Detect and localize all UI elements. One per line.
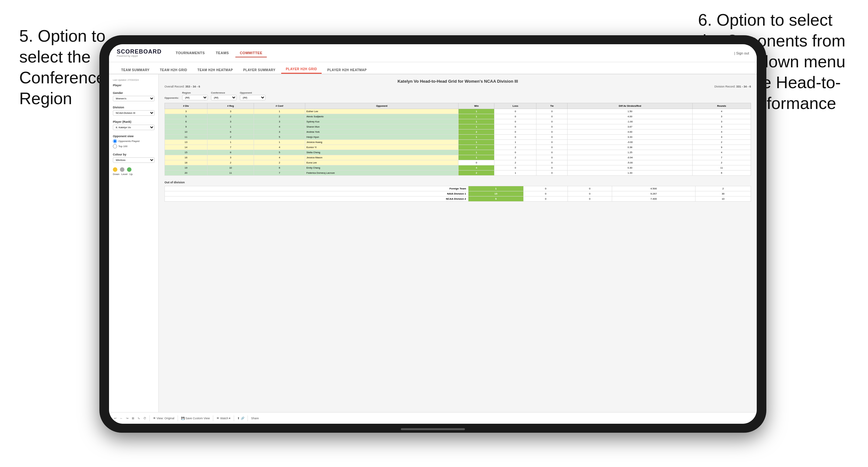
td-tie: 0: [536, 135, 567, 140]
td-div: 16: [165, 155, 208, 160]
sidebar: Last Updated: 27/03/2024 Player Gender W…: [109, 74, 159, 412]
td-loss: 0: [494, 129, 536, 135]
td-div: 14: [165, 145, 208, 150]
td-conf: 3: [254, 129, 305, 135]
subnav-player-h2h-grid[interactable]: PLAYER H2H GRID: [281, 65, 321, 74]
td-reg: 11: [207, 170, 254, 176]
toolbar-grid[interactable]: ⊞: [132, 417, 134, 420]
conference-label: Conference: [211, 91, 237, 94]
td-conf: 2: [254, 160, 305, 165]
subnav-team-h2h-heatmap[interactable]: TEAM H2H HEATMAP: [193, 66, 238, 74]
td-opponent: Esther Lee: [305, 109, 459, 114]
td-reg: 3: [207, 109, 254, 114]
toolbar-wave[interactable]: ∿: [137, 417, 140, 420]
td-opponent: Alexis Sudjianto: [305, 114, 459, 119]
toolbar-view-original[interactable]: 👁 View: Original: [153, 417, 175, 420]
out-td-diff: 7.400: [612, 196, 695, 201]
td-conf: 5: [254, 150, 305, 155]
td-loss: 1: [494, 170, 536, 176]
td-loss: 0: [494, 165, 536, 170]
td-win: 0: [459, 160, 494, 165]
td-reg: 10: [207, 165, 254, 170]
out-td-rounds: 30: [695, 191, 751, 196]
out-td-diff: 9.267: [612, 191, 695, 196]
division-select[interactable]: NCAA Division III: [113, 110, 155, 116]
td-reg: 1: [207, 124, 254, 129]
toolbar-clock[interactable]: ⏱: [143, 417, 146, 420]
subnav-player-h2h-heatmap[interactable]: PLAYER H2H HEATMAP: [323, 66, 371, 74]
nav-sign-out[interactable]: | Sign out: [734, 51, 749, 55]
toolbar-back[interactable]: ←: [120, 417, 123, 420]
nav-committee[interactable]: COMMITTEE: [235, 49, 267, 57]
td-win: 2: [459, 145, 494, 150]
td-tie: 0: [536, 145, 567, 150]
nav-tournaments[interactable]: TOURNAMENTS: [171, 49, 209, 57]
td-win: 1: [459, 109, 494, 114]
td-win: 2: [459, 170, 494, 176]
out-td-rounds: 10: [695, 196, 751, 201]
td-reg: 3: [207, 155, 254, 160]
th-tie: Tie: [536, 103, 567, 109]
gender-select[interactable]: Women's: [113, 96, 155, 101]
h2h-table: # Div # Reg # Conf Opponent Win Loss Tie…: [164, 103, 751, 176]
td-reg: 2: [207, 114, 254, 119]
td-tie: 0: [536, 150, 567, 155]
subnav-team-h2h-grid[interactable]: TEAM H2H GRID: [155, 66, 191, 74]
td-tie: 0: [536, 114, 567, 119]
division-label: Division: [113, 106, 155, 109]
td-tie: 0: [536, 155, 567, 160]
td-tie: 0: [536, 160, 567, 165]
toolbar-share[interactable]: Share: [251, 417, 259, 420]
toolbar-divider-5: [248, 415, 248, 421]
toolbar-undo[interactable]: ↩: [114, 417, 117, 420]
toolbar-save-custom[interactable]: 💾 Save Custom View: [181, 417, 210, 420]
legend-dots: [113, 167, 155, 172]
out-td-rounds: 2: [695, 186, 751, 191]
td-rounds: 9: [692, 145, 751, 150]
out-td-win: 5: [468, 196, 524, 201]
conference-select[interactable]: (All): [211, 95, 237, 100]
region-filter: Region (All): [182, 91, 208, 100]
td-opponent: Euna Lee: [305, 160, 459, 165]
radio-top100[interactable]: Top 100: [113, 144, 155, 148]
out-td-team: NCAA Division 2: [165, 196, 468, 201]
toolbar-redo[interactable]: ↪: [126, 417, 129, 420]
td-conf: 4: [254, 124, 305, 129]
td-loss: 2: [494, 160, 536, 165]
colour-by-select[interactable]: Win/loss: [113, 157, 155, 163]
opponent-radio-group: Opponents Played Top 100: [113, 139, 155, 148]
subnav-team-summary[interactable]: TEAM SUMMARY: [117, 66, 154, 74]
dot-up: [127, 167, 131, 172]
toolbar-watch[interactable]: 👁 Watch ▾: [216, 417, 230, 420]
td-tie: 0: [536, 170, 567, 176]
th-diff: Diff Av Strokes/Rnd: [567, 103, 692, 109]
subnav-player-summary[interactable]: PLAYER SUMMARY: [239, 66, 280, 74]
opponent-select[interactable]: (All): [240, 95, 266, 100]
region-select[interactable]: (All): [182, 95, 208, 100]
td-win: 1: [459, 119, 494, 124]
dot-level: [120, 167, 124, 172]
toolbar-divider-4: [234, 415, 234, 421]
toolbar-share-link[interactable]: ⬆ 🔗: [237, 417, 244, 420]
sidebar-player-section: Player: [113, 84, 155, 87]
th-loss: Loss: [494, 103, 536, 109]
td-win: 1: [459, 155, 494, 160]
toolbar-divider-2: [178, 415, 178, 421]
radio-opponents-played[interactable]: Opponents Played: [113, 139, 155, 143]
td-diff: -5.00: [567, 160, 692, 165]
legend-down: Down: [113, 173, 119, 176]
td-conf: 7: [254, 170, 305, 176]
td-conf: 4: [254, 155, 305, 160]
out-td-loss: 0: [524, 196, 568, 201]
nav-teams[interactable]: TEAMS: [211, 49, 234, 57]
opponent-label: Opponent: [240, 91, 266, 94]
td-conf: 2: [254, 114, 305, 119]
td-rounds: 2: [692, 160, 751, 165]
td-opponent: Andrea York: [305, 129, 459, 135]
player-rank-select[interactable]: 8. Katelyn Vo: [113, 125, 155, 130]
td-rounds: 4: [692, 109, 751, 114]
gender-label: Gender: [113, 91, 155, 95]
td-diff: -0.94: [567, 155, 692, 160]
td-diff: -1.00: [567, 119, 692, 124]
sidebar-division-section: Division NCAA Division III: [113, 106, 155, 116]
